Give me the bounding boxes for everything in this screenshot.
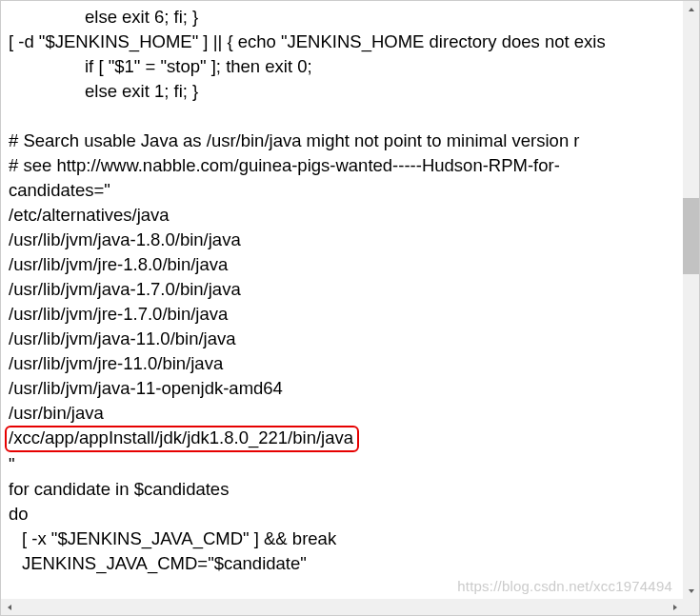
highlighted-path: /xcc/app/appInstall/jdk/jdk1.8.0_221/bin… — [5, 426, 359, 452]
scroll-up-arrow-icon[interactable] — [683, 1, 699, 17]
code-line: /xcc/app/appInstall/jdk/jdk1.8.0_221/bin… — [9, 426, 675, 452]
code-line: [ -x "$JENKINS_JAVA_CMD" ] && break — [9, 527, 675, 551]
vertical-scroll-thumb[interactable] — [683, 198, 699, 274]
code-line: # Search usable Java as /usr/bin/java mi… — [9, 129, 675, 153]
horizontal-scrollbar[interactable] — [1, 599, 683, 615]
code-line — [9, 104, 675, 129]
scroll-left-arrow-icon[interactable] — [1, 599, 17, 615]
code-line: # see http://www.nabble.com/guinea-pigs-… — [9, 153, 675, 178]
code-line: else exit 1; fi; } — [9, 79, 675, 104]
code-line: " — [9, 452, 675, 477]
code-line: /usr/lib/jvm/jre-1.7.0/bin/java — [9, 302, 675, 327]
code-content: else exit 6; fi; }[ -d "$JENKINS_HOME" ]… — [1, 1, 683, 599]
vertical-scrollbar[interactable] — [683, 1, 699, 599]
code-line: /usr/bin/java — [9, 401, 675, 426]
scroll-right-arrow-icon[interactable] — [667, 599, 683, 615]
code-line: /usr/lib/jvm/java-1.8.0/bin/java — [9, 228, 675, 252]
vertical-scroll-track[interactable] — [683, 17, 699, 583]
code-line: else exit 6; fi; } — [9, 5, 675, 30]
code-line: /etc/alternatives/java — [9, 203, 675, 228]
code-line: JENKINS_JAVA_CMD="$candidate" — [9, 551, 675, 576]
code-line: /usr/lib/jvm/java-1.7.0/bin/java — [9, 277, 675, 302]
code-line: do — [9, 502, 675, 527]
code-line: candidates=" — [9, 178, 675, 203]
code-line: /usr/lib/jvm/jre-11.0/bin/java — [9, 351, 675, 376]
code-line: /usr/lib/jvm/jre-1.8.0/bin/java — [9, 252, 675, 277]
code-line: for candidate in $candidates — [9, 477, 675, 502]
code-line: if [ "$1" = "stop" ]; then exit 0; — [9, 54, 675, 79]
viewport: else exit 6; fi; }[ -d "$JENKINS_HOME" ]… — [0, 0, 700, 616]
code-line: /usr/lib/jvm/java-11.0/bin/java — [9, 327, 675, 351]
code-line: [ -d "$JENKINS_HOME" ] || { echo "JENKIN… — [9, 30, 675, 54]
scroll-down-arrow-icon[interactable] — [683, 583, 699, 599]
code-line: /usr/lib/jvm/java-11-openjdk-amd64 — [9, 376, 675, 401]
scrollbar-corner — [683, 599, 699, 615]
